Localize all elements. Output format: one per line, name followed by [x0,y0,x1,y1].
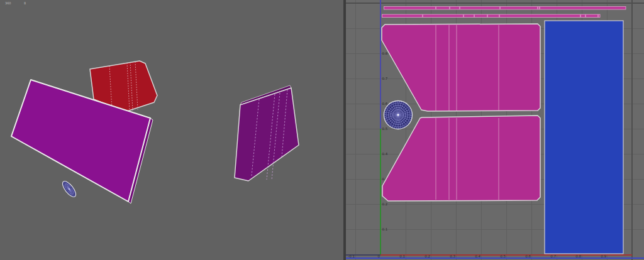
application-window: 360 8 0.90.80.70.60.50.40.30.20.1-0.100.… [0,0,644,260]
uv-tick-label-v: 0.8 [382,51,388,55]
uv-tick-label-v: 0.6 [382,102,388,106]
uv-disc-shell[interactable] [384,101,413,129]
uv-tick-label-u: 0.6 [525,254,531,258]
uv-shell-blue-rect[interactable] [545,21,623,254]
uv-shell-lower[interactable] [382,116,540,201]
uv-tick-label-u: 0.8 [575,254,581,258]
uv-tick-label-u: 0 [378,254,380,258]
uv-tick-label-v: 0.7 [382,77,388,80]
uv-disc-center-vertex [397,114,399,116]
uv-tick-label-v: 0.2 [382,202,388,206]
viewport-hud-label-right: 8 [24,1,26,5]
uv-tick-label-v: 0.5 [382,127,388,131]
uv-tick-label-v: 0.4 [382,152,388,156]
uv-tick-label-u: 0.2 [425,254,430,258]
uv-editor-pane[interactable]: 0.90.80.70.60.50.40.30.20.1-0.100.10.20.… [346,0,644,260]
disc-mesh[interactable] [60,179,78,198]
viewport-hud-label-left: 360 [5,1,11,5]
uv-tick-label-v: 0.1 [382,227,388,231]
uv-strip-top[interactable] [384,7,626,10]
uv-tick-label-u: 0.3 [450,254,455,258]
uv-tick-label-u: 0.5 [500,254,506,258]
uv-tick-label-u: -0.1 [348,254,355,258]
perspective-viewport-pane[interactable]: 360 8 [0,0,343,260]
uv-strip-bottom[interactable] [382,14,601,18]
uv-tick-label-u: 0.7 [550,254,556,258]
uv-tick-label-u: 0.9 [601,254,606,258]
uv-tick-label-u: 0.4 [475,254,480,258]
perspective-viewport-canvas[interactable]: 360 8 [0,0,343,260]
uv-tick-label-u: 0.1 [399,254,405,258]
uv-editor-canvas[interactable]: 0.90.80.70.60.50.40.30.20.1-0.100.10.20.… [346,0,644,260]
